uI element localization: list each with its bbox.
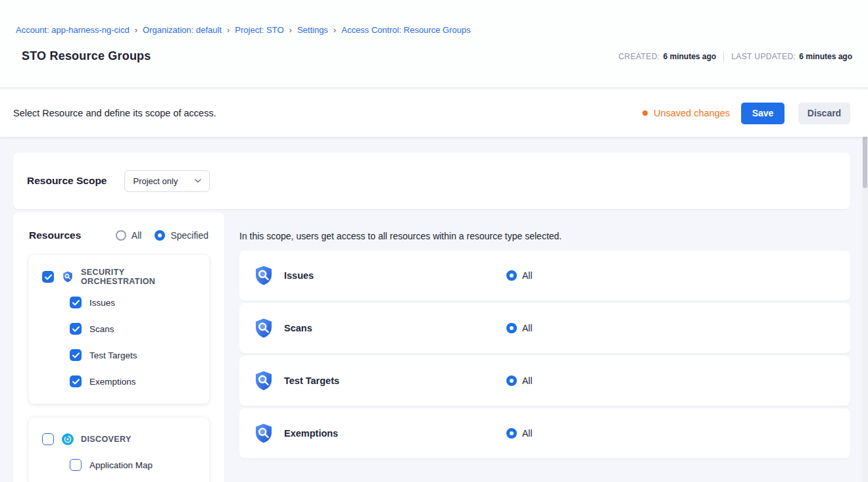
- page-header: Account: app-harness-ng-cicd›Organizatio…: [0, 0, 868, 88]
- resource-row: Test Targets All: [239, 356, 850, 406]
- item-checkbox[interactable]: [70, 459, 82, 471]
- resources-title: Resources: [29, 229, 81, 241]
- toolbar-description: Select Resource and define its scope of …: [13, 108, 216, 118]
- breadcrumb-link-4[interactable]: Access Control: Resource Groups: [341, 25, 471, 35]
- save-button[interactable]: Save: [741, 103, 784, 124]
- resource-row-label: Scans: [284, 323, 312, 333]
- group-label: DISCOVERY: [81, 435, 132, 444]
- group-item: Test Targets: [29, 342, 209, 368]
- scope-dropdown-value: Project only: [133, 176, 178, 186]
- access-label: All: [522, 428, 533, 439]
- scope-description: In this scope, users get access to all r…: [239, 231, 850, 242]
- breadcrumb-link-3[interactable]: Settings: [297, 25, 328, 35]
- access-label: All: [522, 375, 533, 386]
- resource-scope-label: Resource Scope: [27, 175, 107, 187]
- group-header: DISCOVERY: [29, 427, 209, 452]
- breadcrumb-separator-icon: ›: [289, 25, 292, 35]
- group-item: Issues: [29, 289, 209, 316]
- resource-rows: Issues All Scans All Test Targets All: [239, 251, 850, 458]
- check-icon: [45, 274, 52, 280]
- unsaved-dot-icon: [642, 110, 648, 116]
- page-title: STO Resource Groups: [22, 49, 151, 63]
- group-checkbox[interactable]: [42, 433, 54, 445]
- resources-filter-option-all[interactable]: All: [116, 230, 142, 241]
- sto-shield-icon: [253, 318, 274, 339]
- updated-value: 6 minutes ago: [799, 52, 852, 61]
- resource-group-card: SECURITY ORCHESTRATION Issues Scans Test…: [29, 255, 209, 404]
- created-value: 6 minutes ago: [663, 52, 717, 61]
- item-checkbox[interactable]: [70, 323, 82, 335]
- created-label: CREATED:: [619, 52, 660, 61]
- check-icon: [72, 379, 80, 385]
- sto-shield-icon: [62, 271, 74, 283]
- access-label: All: [522, 270, 533, 281]
- resources-filter-radios: All Specified: [103, 230, 208, 241]
- resources-filter-option-specified[interactable]: Specified: [155, 230, 208, 241]
- radio-all[interactable]: [116, 230, 126, 241]
- access-radio[interactable]: [506, 375, 517, 386]
- access-label: All: [522, 323, 533, 333]
- resource-access-area: In this scope, users get access to all r…: [239, 212, 850, 458]
- group-item: Application Map: [29, 452, 209, 478]
- check-icon: [72, 326, 80, 332]
- resource-row: Scans All: [239, 303, 850, 353]
- access-radio-option[interactable]: All: [506, 428, 533, 439]
- resources-panel: Resources All Specified SECURITY ORCHEST…: [13, 212, 224, 482]
- action-toolbar: Select Resource and define its scope of …: [0, 89, 868, 137]
- item-checkbox[interactable]: [70, 349, 82, 361]
- resource-row: Exemptions All: [239, 408, 850, 458]
- item-checkbox[interactable]: [70, 375, 82, 387]
- sto-shield-icon: [253, 370, 274, 391]
- updated-label: LAST UPDATED:: [731, 52, 796, 61]
- group-header: SECURITY ORCHESTRATION: [29, 264, 209, 289]
- main-content: Resource Scope Project only Resources Al…: [0, 137, 868, 482]
- item-label: Exemptions: [89, 377, 136, 387]
- scope-dropdown[interactable]: Project only: [124, 170, 210, 192]
- meta-info: CREATED: 6 minutes ago LAST UPDATED: 6 m…: [619, 51, 852, 62]
- item-label: Scans: [89, 324, 114, 334]
- item-label: Application Map: [89, 460, 153, 470]
- group-checkbox[interactable]: [42, 271, 54, 283]
- access-radio[interactable]: [506, 270, 517, 281]
- resource-row-label: Test Targets: [284, 375, 339, 386]
- radio-option-label: Specified: [170, 230, 208, 241]
- breadcrumb-separator-icon: ›: [227, 25, 229, 35]
- unsaved-changes-status: Unsaved changes: [642, 108, 730, 118]
- resource-row-label: Issues: [284, 270, 314, 281]
- group-item: Scans: [29, 316, 209, 342]
- unsaved-label: Unsaved changes: [654, 108, 730, 118]
- check-icon: [72, 352, 80, 358]
- breadcrumb-link-1[interactable]: Organization: default: [143, 25, 222, 35]
- breadcrumb-separator-icon: ›: [333, 25, 336, 35]
- chevron-down-icon: [195, 179, 201, 183]
- item-label: Issues: [89, 298, 115, 308]
- resource-row: Issues All: [239, 251, 850, 301]
- resource-scope-card: Resource Scope Project only: [13, 153, 850, 209]
- resource-row-label: Exemptions: [284, 428, 338, 439]
- breadcrumb-link-2[interactable]: Project: STO: [235, 25, 283, 35]
- breadcrumb-separator-icon: ›: [135, 25, 137, 35]
- breadcrumb: Account: app-harness-ng-cicd›Organizatio…: [16, 0, 852, 35]
- access-radio-option[interactable]: All: [506, 323, 533, 333]
- resource-group-card: DISCOVERY Application Map: [29, 418, 209, 482]
- access-radio-option[interactable]: All: [506, 375, 533, 386]
- access-radio[interactable]: [506, 428, 517, 439]
- access-radio-option[interactable]: All: [506, 270, 533, 281]
- resources-groups: SECURITY ORCHESTRATION Issues Scans Test…: [13, 255, 224, 482]
- discovery-icon: [62, 433, 74, 445]
- sto-shield-icon: [253, 423, 274, 444]
- group-item: Exemptions: [29, 368, 209, 395]
- discard-button[interactable]: Discard: [798, 103, 850, 124]
- radio-specified[interactable]: [155, 230, 165, 241]
- check-icon: [72, 300, 80, 306]
- access-radio[interactable]: [506, 323, 517, 333]
- item-label: Test Targets: [89, 350, 137, 360]
- group-label: SECURITY ORCHESTRATION: [81, 268, 199, 286]
- item-checkbox[interactable]: [70, 297, 82, 308]
- meta-divider: [723, 51, 724, 62]
- sto-shield-icon: [253, 265, 274, 286]
- radio-option-label: All: [132, 230, 142, 241]
- breadcrumb-link-0[interactable]: Account: app-harness-ng-cicd: [16, 25, 130, 35]
